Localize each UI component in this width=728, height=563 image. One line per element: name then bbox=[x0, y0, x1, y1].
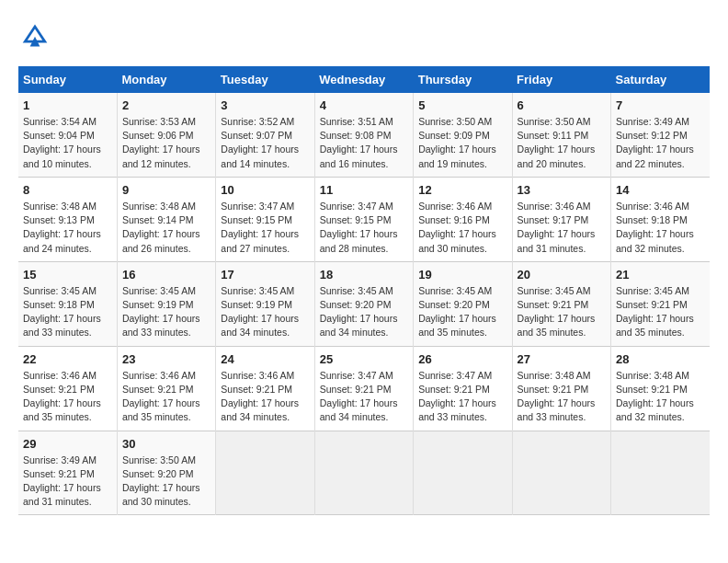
calendar-cell: 1Sunrise: 3:54 AMSunset: 9:04 PMDaylight… bbox=[18, 93, 117, 177]
header-monday: Monday bbox=[117, 66, 215, 93]
calendar-cell: 27Sunrise: 3:48 AMSunset: 9:21 PMDayligh… bbox=[512, 346, 610, 431]
day-detail: Sunrise: 3:48 AMSunset: 9:14 PMDaylight:… bbox=[122, 200, 210, 256]
day-detail: Sunrise: 3:50 AMSunset: 9:20 PMDaylight:… bbox=[122, 454, 210, 510]
calendar-cell: 9Sunrise: 3:48 AMSunset: 9:14 PMDaylight… bbox=[117, 177, 215, 261]
day-detail: Sunrise: 3:46 AMSunset: 9:18 PMDaylight:… bbox=[616, 200, 705, 256]
logo bbox=[18, 18, 57, 52]
calendar-cell bbox=[314, 431, 413, 515]
logo-icon bbox=[18, 18, 51, 52]
day-detail: Sunrise: 3:50 AMSunset: 9:11 PMDaylight:… bbox=[518, 115, 606, 171]
calendar-cell: 28Sunrise: 3:48 AMSunset: 9:21 PMDayligh… bbox=[611, 346, 710, 431]
calendar-cell: 11Sunrise: 3:47 AMSunset: 9:15 PMDayligh… bbox=[314, 177, 413, 261]
calendar-cell: 29Sunrise: 3:49 AMSunset: 9:21 PMDayligh… bbox=[18, 431, 117, 515]
day-detail: Sunrise: 3:45 AMSunset: 9:19 PMDaylight:… bbox=[221, 284, 309, 340]
page-header bbox=[18, 18, 710, 52]
day-number: 12 bbox=[418, 183, 506, 197]
day-number: 13 bbox=[518, 183, 606, 197]
day-number: 27 bbox=[518, 352, 606, 366]
day-detail: Sunrise: 3:47 AMSunset: 9:15 PMDaylight:… bbox=[221, 200, 309, 256]
calendar-cell: 23Sunrise: 3:46 AMSunset: 9:21 PMDayligh… bbox=[117, 346, 215, 431]
calendar-header: SundayMondayTuesdayWednesdayThursdayFrid… bbox=[18, 66, 710, 93]
day-number: 26 bbox=[418, 352, 506, 366]
day-detail: Sunrise: 3:47 AMSunset: 9:21 PMDaylight:… bbox=[320, 369, 408, 425]
day-number: 5 bbox=[418, 98, 506, 112]
week-row-4: 22Sunrise: 3:46 AMSunset: 9:21 PMDayligh… bbox=[18, 346, 710, 431]
day-number: 22 bbox=[23, 352, 112, 366]
calendar-cell bbox=[216, 431, 314, 515]
calendar-cell: 12Sunrise: 3:46 AMSunset: 9:16 PMDayligh… bbox=[414, 177, 512, 261]
calendar-cell: 13Sunrise: 3:46 AMSunset: 9:17 PMDayligh… bbox=[512, 177, 610, 261]
day-detail: Sunrise: 3:49 AMSunset: 9:21 PMDaylight:… bbox=[23, 454, 112, 510]
day-detail: Sunrise: 3:52 AMSunset: 9:07 PMDaylight:… bbox=[221, 115, 309, 171]
day-number: 11 bbox=[320, 183, 408, 197]
day-detail: Sunrise: 3:45 AMSunset: 9:18 PMDaylight:… bbox=[23, 284, 112, 340]
calendar-cell: 4Sunrise: 3:51 AMSunset: 9:08 PMDaylight… bbox=[314, 93, 413, 177]
calendar-cell: 2Sunrise: 3:53 AMSunset: 9:06 PMDaylight… bbox=[117, 93, 215, 177]
calendar-cell bbox=[611, 431, 710, 515]
calendar-cell: 26Sunrise: 3:47 AMSunset: 9:21 PMDayligh… bbox=[414, 346, 512, 431]
calendar-cell bbox=[414, 431, 512, 515]
day-number: 9 bbox=[122, 183, 210, 197]
day-number: 19 bbox=[418, 268, 506, 282]
day-number: 18 bbox=[320, 268, 408, 282]
calendar-cell bbox=[512, 431, 610, 515]
day-detail: Sunrise: 3:46 AMSunset: 9:16 PMDaylight:… bbox=[418, 200, 506, 256]
day-number: 7 bbox=[616, 98, 705, 112]
calendar-cell: 19Sunrise: 3:45 AMSunset: 9:20 PMDayligh… bbox=[414, 261, 512, 346]
week-row-1: 1Sunrise: 3:54 AMSunset: 9:04 PMDaylight… bbox=[18, 93, 710, 177]
day-detail: Sunrise: 3:45 AMSunset: 9:20 PMDaylight:… bbox=[418, 284, 506, 340]
header-saturday: Saturday bbox=[611, 66, 710, 93]
day-number: 20 bbox=[518, 268, 606, 282]
day-detail: Sunrise: 3:47 AMSunset: 9:15 PMDaylight:… bbox=[320, 200, 408, 256]
day-detail: Sunrise: 3:45 AMSunset: 9:20 PMDaylight:… bbox=[320, 284, 408, 340]
calendar-cell: 6Sunrise: 3:50 AMSunset: 9:11 PMDaylight… bbox=[512, 93, 610, 177]
calendar-cell: 14Sunrise: 3:46 AMSunset: 9:18 PMDayligh… bbox=[611, 177, 710, 261]
calendar-cell: 5Sunrise: 3:50 AMSunset: 9:09 PMDaylight… bbox=[414, 93, 512, 177]
day-number: 16 bbox=[122, 268, 210, 282]
calendar-cell: 24Sunrise: 3:46 AMSunset: 9:21 PMDayligh… bbox=[216, 346, 314, 431]
calendar-cell: 18Sunrise: 3:45 AMSunset: 9:20 PMDayligh… bbox=[314, 261, 413, 346]
header-thursday: Thursday bbox=[414, 66, 512, 93]
calendar-cell: 21Sunrise: 3:45 AMSunset: 9:21 PMDayligh… bbox=[611, 261, 710, 346]
day-detail: Sunrise: 3:45 AMSunset: 9:21 PMDaylight:… bbox=[616, 284, 705, 340]
week-row-3: 15Sunrise: 3:45 AMSunset: 9:18 PMDayligh… bbox=[18, 261, 710, 346]
calendar-cell: 25Sunrise: 3:47 AMSunset: 9:21 PMDayligh… bbox=[314, 346, 413, 431]
day-number: 3 bbox=[221, 98, 309, 112]
day-number: 15 bbox=[23, 268, 112, 282]
calendar-cell: 22Sunrise: 3:46 AMSunset: 9:21 PMDayligh… bbox=[18, 346, 117, 431]
day-detail: Sunrise: 3:53 AMSunset: 9:06 PMDaylight:… bbox=[122, 115, 210, 171]
week-row-2: 8Sunrise: 3:48 AMSunset: 9:13 PMDaylight… bbox=[18, 177, 710, 261]
calendar-cell: 30Sunrise: 3:50 AMSunset: 9:20 PMDayligh… bbox=[117, 431, 215, 515]
header-wednesday: Wednesday bbox=[314, 66, 413, 93]
day-detail: Sunrise: 3:50 AMSunset: 9:09 PMDaylight:… bbox=[418, 115, 506, 171]
day-number: 29 bbox=[23, 437, 112, 451]
day-detail: Sunrise: 3:51 AMSunset: 9:08 PMDaylight:… bbox=[320, 115, 408, 171]
day-number: 4 bbox=[320, 98, 408, 112]
day-number: 8 bbox=[23, 183, 112, 197]
day-detail: Sunrise: 3:54 AMSunset: 9:04 PMDaylight:… bbox=[23, 115, 112, 171]
day-number: 30 bbox=[122, 437, 210, 451]
day-detail: Sunrise: 3:46 AMSunset: 9:21 PMDaylight:… bbox=[221, 369, 309, 425]
day-number: 23 bbox=[122, 352, 210, 366]
calendar-cell: 17Sunrise: 3:45 AMSunset: 9:19 PMDayligh… bbox=[216, 261, 314, 346]
day-number: 21 bbox=[616, 268, 705, 282]
week-row-5: 29Sunrise: 3:49 AMSunset: 9:21 PMDayligh… bbox=[18, 431, 710, 515]
day-detail: Sunrise: 3:49 AMSunset: 9:12 PMDaylight:… bbox=[616, 115, 705, 171]
calendar-cell: 15Sunrise: 3:45 AMSunset: 9:18 PMDayligh… bbox=[18, 261, 117, 346]
day-number: 25 bbox=[320, 352, 408, 366]
day-number: 24 bbox=[221, 352, 309, 366]
header-tuesday: Tuesday bbox=[216, 66, 314, 93]
calendar-cell: 10Sunrise: 3:47 AMSunset: 9:15 PMDayligh… bbox=[216, 177, 314, 261]
calendar-cell: 3Sunrise: 3:52 AMSunset: 9:07 PMDaylight… bbox=[216, 93, 314, 177]
header-friday: Friday bbox=[512, 66, 610, 93]
day-detail: Sunrise: 3:48 AMSunset: 9:13 PMDaylight:… bbox=[23, 200, 112, 256]
day-number: 14 bbox=[616, 183, 705, 197]
calendar-cell: 8Sunrise: 3:48 AMSunset: 9:13 PMDaylight… bbox=[18, 177, 117, 261]
day-number: 17 bbox=[221, 268, 309, 282]
day-detail: Sunrise: 3:46 AMSunset: 9:21 PMDaylight:… bbox=[23, 369, 112, 425]
calendar-table: SundayMondayTuesdayWednesdayThursdayFrid… bbox=[18, 66, 710, 515]
day-detail: Sunrise: 3:45 AMSunset: 9:21 PMDaylight:… bbox=[518, 284, 606, 340]
day-number: 1 bbox=[23, 98, 112, 112]
calendar-body: 1Sunrise: 3:54 AMSunset: 9:04 PMDaylight… bbox=[18, 93, 710, 515]
header-sunday: Sunday bbox=[18, 66, 117, 93]
